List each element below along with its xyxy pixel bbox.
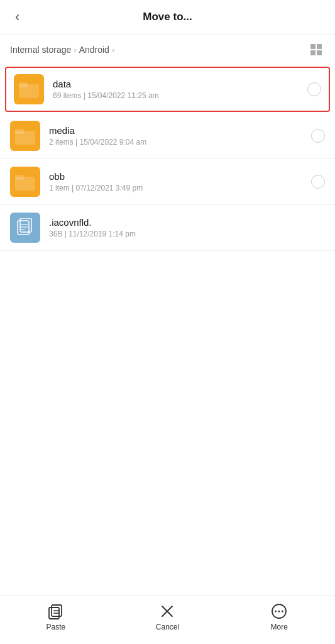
file-info: obb 1 item | 07/12/2021 3:49 pm — [49, 171, 302, 192]
file-info: media 2 items | 15/04/2022 9:04 am — [49, 125, 302, 147]
svg-point-18 — [275, 611, 277, 613]
list-item[interactable]: obb 1 item | 07/12/2021 3:49 pm — [0, 159, 335, 205]
file-info: .iacovnfld. 36B | 11/12/2019 1:14 pm — [49, 217, 325, 238]
folder-icon — [14, 74, 44, 104]
radio-button[interactable] — [311, 175, 325, 189]
breadcrumb-sep-2: › — [112, 45, 114, 55]
svg-point-20 — [282, 611, 283, 613]
svg-rect-5 — [15, 175, 24, 180]
bottom-toolbar: Paste Cancel More — [0, 596, 335, 644]
file-list: data 69 items | 15/04/2022 11:25 am medi… — [0, 65, 335, 596]
file-name: .iacovnfld. — [49, 217, 325, 228]
breadcrumb-sep-1: › — [74, 45, 76, 55]
radio-button[interactable] — [307, 82, 321, 96]
list-item[interactable]: data 69 items | 15/04/2022 11:25 am — [5, 67, 330, 112]
paste-label: Paste — [46, 623, 65, 631]
cancel-label: Cancel — [156, 623, 179, 631]
file-name: data — [53, 79, 299, 89]
file-meta: 36B | 11/12/2019 1:14 pm — [49, 230, 325, 238]
file-info: data 69 items | 15/04/2022 11:25 am — [53, 79, 299, 100]
file-name: media — [49, 125, 302, 136]
file-meta: 69 items | 15/04/2022 11:25 am — [53, 91, 299, 100]
back-button[interactable]: ‹ — [10, 8, 25, 26]
grid-view-button[interactable] — [307, 41, 325, 58]
radio-button[interactable] — [311, 129, 325, 143]
more-icon — [270, 602, 288, 620]
paste-button[interactable]: Paste — [34, 602, 78, 631]
svg-rect-1 — [19, 82, 28, 87]
page-title: Move to... — [143, 11, 192, 23]
cancel-button[interactable]: Cancel — [145, 602, 189, 631]
more-label: More — [270, 623, 287, 631]
list-item[interactable]: media 2 items | 15/04/2022 9:04 am — [0, 113, 335, 159]
list-item[interactable]: .iacovnfld. 36B | 11/12/2019 1:14 pm — [0, 205, 335, 251]
file-name: obb — [49, 171, 302, 182]
breadcrumb-internal-storage[interactable]: Internal storage — [10, 45, 71, 55]
more-button[interactable]: More — [257, 602, 301, 631]
file-meta: 1 item | 07/12/2021 3:49 pm — [49, 184, 302, 192]
breadcrumb-android[interactable]: Android — [79, 45, 109, 55]
svg-rect-3 — [15, 129, 24, 134]
breadcrumb[interactable]: Internal storage › Android › — [10, 45, 114, 55]
breadcrumb-bar: Internal storage › Android › — [0, 35, 335, 65]
folder-icon — [10, 167, 40, 197]
folder-icon — [10, 121, 40, 151]
paste-icon — [47, 602, 65, 620]
svg-point-19 — [278, 611, 280, 613]
grid-icon — [310, 44, 322, 55]
file-meta: 2 items | 15/04/2022 9:04 am — [49, 138, 302, 147]
cancel-icon — [158, 602, 176, 620]
file-icon — [10, 213, 40, 243]
header: ‹ Move to... — [0, 0, 335, 35]
